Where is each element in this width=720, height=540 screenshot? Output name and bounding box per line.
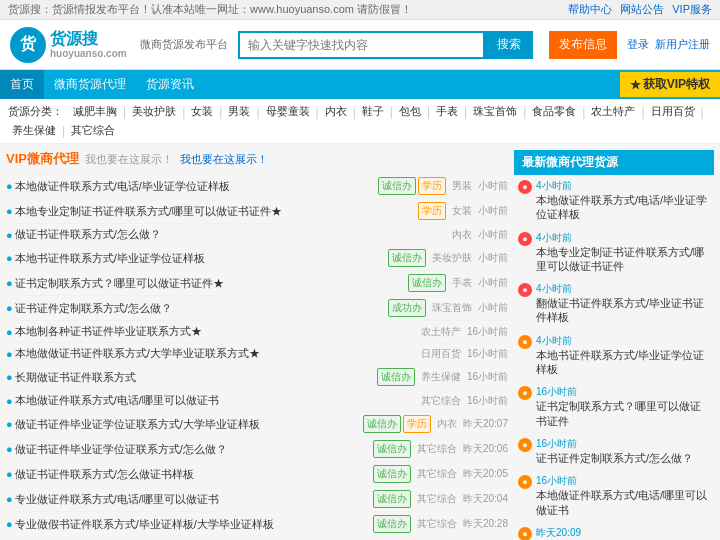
vip-service-link[interactable]: VIP服务 bbox=[672, 2, 712, 17]
item-title[interactable]: 做证书证件联系方式/怎么做证书样板 bbox=[15, 467, 371, 482]
right-item-time: 4小时前 bbox=[536, 282, 710, 296]
item-title[interactable]: 本地做证件联系方式/电话/哪里可以做证书 bbox=[15, 393, 415, 408]
item-tag: 成功办 bbox=[388, 299, 426, 317]
status-dot: ● bbox=[518, 283, 532, 297]
nav-agent[interactable]: 微商货源代理 bbox=[44, 70, 136, 99]
bullet-icon: ● bbox=[6, 518, 13, 530]
cat-muying[interactable]: 母婴童装 bbox=[262, 103, 314, 120]
item-tag: 诚信办 bbox=[373, 490, 411, 508]
right-item-text[interactable]: 翻做证书证件联系方式/毕业证书证件样板 bbox=[536, 297, 704, 323]
list-item: ● 证书证件定制联系方式/怎么做？ 成功办 珠宝首饰 小时前 bbox=[6, 296, 508, 321]
cat-nanzhuang[interactable]: 男装 bbox=[224, 103, 254, 120]
right-item-text[interactable]: 证书定制联系方式？哪里可以做证书证件 bbox=[536, 400, 701, 426]
cat-nvzhuang[interactable]: 女装 bbox=[187, 103, 217, 120]
bullet-icon: ● bbox=[6, 252, 13, 264]
item-category: 内衣 bbox=[437, 417, 457, 431]
item-time: 小时前 bbox=[478, 301, 508, 315]
announcement-link[interactable]: 网站公告 bbox=[620, 2, 664, 17]
list-item: ● 做证书证件毕业证学位证联系方式/大学毕业证样板 诚信办学历 内衣 昨天20:… bbox=[6, 412, 508, 437]
item-title[interactable]: 本地做证件联系方式/电话/毕业证学位证样板 bbox=[15, 179, 376, 194]
item-category: 其它综合 bbox=[417, 492, 457, 506]
right-list-item: ● 昨天20:09 做证书证件联系方式/毕业证学位证联系方式/大学毕业证样板 bbox=[514, 522, 714, 540]
right-list-item: ● 4小时前 本地书证件联系方式/毕业证学位证样板 bbox=[514, 330, 714, 382]
item-title[interactable]: 本地专业定制证书证件联系方式/哪里可以做证书证件★ bbox=[15, 204, 416, 219]
cat-zhubao[interactable]: 珠宝首饰 bbox=[469, 103, 521, 120]
cat-baobao[interactable]: 包包 bbox=[395, 103, 425, 120]
top-bar-message: 货源搜：货源情报发布平台！认准本站唯一网址：www.huoyuanso.com … bbox=[8, 2, 412, 17]
nav-news[interactable]: 货源资讯 bbox=[136, 70, 204, 99]
item-time: 16小时前 bbox=[467, 394, 508, 408]
register-link[interactable]: 新用户注册 bbox=[655, 37, 710, 52]
content-right: 最新微商代理货源 ● 4小时前 本地做证件联系方式/电话/毕业证学位证样板 ● … bbox=[514, 150, 714, 540]
right-item-text[interactable]: 本地做证件联系方式/电话/哪里可以做证书 bbox=[536, 489, 707, 515]
bullet-icon: ● bbox=[6, 443, 13, 455]
right-item-text[interactable]: 本地书证件联系方式/毕业证学位证样板 bbox=[536, 349, 704, 375]
status-dot: ● bbox=[518, 335, 532, 349]
right-item-time: 4小时前 bbox=[536, 334, 710, 348]
item-title[interactable]: 本地做做证书证件联系方式/大学毕业证联系方式★ bbox=[15, 346, 415, 361]
item-category: 其它综合 bbox=[421, 394, 461, 408]
login-link[interactable]: 登录 bbox=[627, 37, 649, 52]
help-link[interactable]: 帮助中心 bbox=[568, 2, 612, 17]
item-time: 昨天20:04 bbox=[463, 492, 508, 506]
status-dot: ● bbox=[518, 438, 532, 452]
cat-yangsheng[interactable]: 养生保健 bbox=[8, 122, 60, 139]
item-title[interactable]: 做证书证件毕业证学位证联系方式/怎么做？ bbox=[15, 442, 371, 457]
item-time: 16小时前 bbox=[467, 347, 508, 361]
item-time: 昨天20:28 bbox=[463, 517, 508, 531]
right-panel-title: 最新微商代理货源 bbox=[514, 150, 714, 175]
vip-button[interactable]: ★ 获取VIP特权 bbox=[620, 72, 720, 97]
item-title[interactable]: 专业做证件联系方式/电话/哪里可以做证书 bbox=[15, 492, 371, 507]
list-item: ● 本地专业定制证书证件联系方式/哪里可以做证书证件★ 学历 女装 小时前 bbox=[6, 199, 508, 224]
list-item: ● 本地制各种证书证件毕业证联系方式★ 农土特产 16小时前 bbox=[6, 321, 508, 343]
status-dot: ● bbox=[518, 527, 532, 540]
list-item: ● 本地做证件联系方式/电话/毕业证学位证样板 诚信办学历 男装 小时前 bbox=[6, 174, 508, 199]
nav-bar: 首页 微商货源代理 货源资讯 ★ 获取VIP特权 bbox=[0, 70, 720, 99]
bullet-icon: ● bbox=[6, 205, 13, 217]
cat-shipin[interactable]: 食品零食 bbox=[528, 103, 580, 120]
item-title[interactable]: 证书定制联系方式？哪里可以做证书证件★ bbox=[15, 276, 406, 291]
item-title[interactable]: 做证书证件毕业证学位证联系方式/大学毕业证样板 bbox=[15, 417, 361, 432]
vip-list: ● 本地做证件联系方式/电话/毕业证学位证样板 诚信办学历 男装 小时前 ● 本… bbox=[6, 174, 508, 540]
cat-shoubiao[interactable]: 手表 bbox=[432, 103, 462, 120]
bullet-icon: ● bbox=[6, 493, 13, 505]
right-item-text[interactable]: 证书证件定制联系方式/怎么做？ bbox=[536, 452, 693, 464]
cat-meizhang[interactable]: 美妆护肤 bbox=[128, 103, 180, 120]
item-title[interactable]: 做证书证件联系方式/怎么做？ bbox=[15, 227, 446, 242]
item-title[interactable]: 专业做假书证件联系方式/毕业证样板/大学毕业证样板 bbox=[15, 517, 371, 532]
search-input[interactable] bbox=[238, 31, 485, 59]
item-tag: 诚信办 bbox=[388, 249, 426, 267]
item-time: 小时前 bbox=[478, 179, 508, 193]
nav-home[interactable]: 首页 bbox=[0, 70, 44, 99]
vip-sub-link[interactable]: 我也要在这展示！ bbox=[180, 153, 268, 165]
cat-riyong[interactable]: 日用百货 bbox=[647, 103, 699, 120]
item-title[interactable]: 本地制各种证书证件毕业证联系方式★ bbox=[15, 324, 415, 339]
right-item-time: 昨天20:09 bbox=[536, 526, 710, 540]
cat-qita[interactable]: 其它综合 bbox=[67, 122, 119, 139]
right-item-text[interactable]: 本地做证件联系方式/电话/毕业证学位证样板 bbox=[536, 194, 707, 220]
item-time: 昨天20:07 bbox=[463, 417, 508, 431]
item-tag: 诚信办 bbox=[363, 415, 401, 433]
vip-section-subtitle: 我也要在这展示！ 我也要在这展示！ bbox=[85, 152, 268, 167]
right-item-content: 4小时前 翻做证书证件联系方式/毕业证书证件样板 bbox=[536, 282, 710, 325]
item-title[interactable]: 本地书证件联系方式/毕业证学位证样板 bbox=[15, 251, 386, 266]
list-item: ● 做证书证件毕业证学位证联系方式/怎么做？ 诚信办 其它综合 昨天20:06 bbox=[6, 437, 508, 462]
bullet-icon: ● bbox=[6, 302, 13, 314]
post-button[interactable]: 发布信息 bbox=[549, 31, 617, 59]
bullet-icon: ● bbox=[6, 418, 13, 430]
right-item-text[interactable]: 本地专业定制证书证件联系方式/哪里可以做证书证件 bbox=[536, 246, 704, 272]
bullet-icon: ● bbox=[6, 468, 13, 480]
search-button[interactable]: 搜索 bbox=[485, 31, 533, 59]
item-title[interactable]: 长期做证书证件联系方式 bbox=[15, 370, 375, 385]
item-time: 小时前 bbox=[478, 228, 508, 242]
cat-nongtu[interactable]: 农土特产 bbox=[587, 103, 639, 120]
item-category: 内衣 bbox=[452, 228, 472, 242]
status-dot: ● bbox=[518, 475, 532, 489]
cat-jianfei[interactable]: 减肥丰胸 bbox=[69, 103, 121, 120]
cat-xiezi[interactable]: 鞋子 bbox=[358, 103, 388, 120]
cat-neiyi[interactable]: 内衣 bbox=[321, 103, 351, 120]
right-item-content: 4小时前 本地专业定制证书证件联系方式/哪里可以做证书证件 bbox=[536, 231, 710, 274]
item-time: 昨天20:06 bbox=[463, 442, 508, 456]
item-title[interactable]: 证书证件定制联系方式/怎么做？ bbox=[15, 301, 386, 316]
right-item-content: 4小时前 本地书证件联系方式/毕业证学位证样板 bbox=[536, 334, 710, 377]
